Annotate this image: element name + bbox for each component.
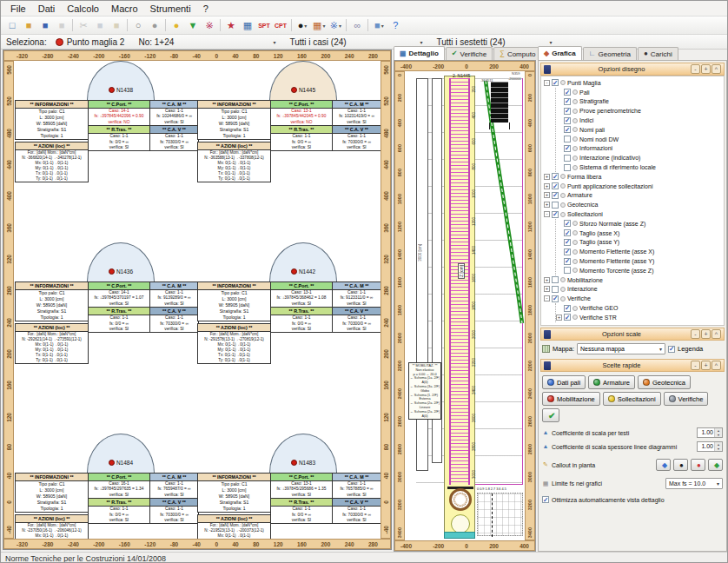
cut-icon[interactable]: ✂ ▾ [76, 18, 91, 33]
tree-checkbox[interactable] [552, 173, 559, 180]
map-selector[interactable]: Nessuna mappa▾ [577, 343, 665, 354]
tree-expander[interactable] [556, 98, 562, 104]
callout-style-1-button[interactable]: ◆ [656, 459, 671, 471]
image-icon[interactable]: ▦ ▾ [240, 18, 255, 33]
tree-expander[interactable]: + [544, 192, 550, 198]
zoom-region-icon[interactable]: ▦ ▾ [311, 18, 327, 33]
pile-marker[interactable] [109, 87, 115, 93]
pile-marker[interactable] [109, 268, 115, 275]
spinner-down-icon[interactable]: ▾ [715, 447, 722, 451]
collapse-button[interactable]: - [691, 329, 700, 339]
tree-item[interactable]: Interazione (indicativo) [556, 153, 724, 162]
tree-item[interactable]: Indici [556, 116, 724, 125]
tree-checkbox[interactable] [564, 248, 571, 255]
tree-item[interactable]: + Interazione [544, 285, 724, 295]
range-selector[interactable]: No: 1+24▾ [133, 36, 281, 49]
tree-item[interactable]: + Verifiche STR [556, 313, 724, 322]
tree-item[interactable]: Prove penetrometriche [556, 106, 724, 116]
link-icon[interactable]: ∞ ▾ [349, 18, 365, 33]
sphere-yellow-icon[interactable]: ● ▾ [169, 18, 184, 33]
separator[interactable]: ▾ [218, 18, 222, 33]
collapse-button[interactable]: - [691, 361, 700, 370]
tree-item[interactable]: Informazioni [556, 144, 724, 154]
legend-toggle[interactable]: Legenda [668, 345, 703, 353]
expand-button[interactable]: + [701, 329, 711, 339]
tree-expander[interactable]: - [544, 211, 550, 217]
scale-spinner[interactable]: 1.00 ▴▾ [697, 427, 723, 438]
tree-checkbox[interactable] [564, 220, 571, 227]
sollecitazioni-button[interactable]: Sollecitazioni [603, 392, 661, 406]
tree-item[interactable]: Nomi pali [556, 125, 724, 135]
verifiche-button[interactable]: Verifiche [664, 392, 709, 406]
tree-item[interactable]: Momento Torcente (asse Z) [556, 266, 724, 275]
share-nodes-icon[interactable]: ※ ▾ [328, 18, 343, 33]
callout-style-3-button[interactable]: ● [691, 459, 705, 471]
menu-item[interactable]: Strumenti [144, 3, 197, 15]
pin-button[interactable]: ^ [711, 361, 721, 370]
tree-item[interactable]: + Punti applicazione sollecitazioni [544, 182, 724, 191]
detail-canvas[interactable]: 2004006008001000120014001600180020002200… [404, 70, 526, 541]
save-icon[interactable]: ■ ▾ [37, 18, 53, 33]
pin-icon[interactable]: ○ ▾ [130, 18, 146, 33]
tree-checkbox[interactable] [564, 98, 571, 105]
molecule-icon[interactable]: ※ ▾ [202, 18, 217, 33]
tree-checkbox[interactable] [564, 267, 571, 274]
tree-checkbox[interactable] [564, 117, 571, 124]
tab-dettaglio[interactable]: ▦ Dettaglio [394, 46, 445, 60]
legend-checkbox[interactable] [668, 346, 675, 353]
verifiche-ok-button[interactable]: ✔ [542, 408, 559, 422]
tree-checkbox[interactable] [564, 145, 571, 152]
tree-expander[interactable]: + [544, 202, 550, 208]
tree-checkbox[interactable] [552, 211, 559, 218]
tree-expander[interactable] [556, 145, 562, 151]
spt-button[interactable]: SPT ▾ [256, 18, 272, 33]
globe-icon[interactable]: ● ▾ [147, 18, 162, 33]
dati-pali-button[interactable]: Dati pali [542, 375, 586, 389]
armature-button[interactable]: Armature [588, 375, 635, 389]
tree-checkbox[interactable] [564, 239, 571, 246]
layout-icon[interactable]: ■ ▾ [371, 18, 387, 33]
paste-icon[interactable]: ■ ▾ [109, 18, 124, 33]
tree-checkbox[interactable] [564, 155, 571, 162]
pin-button[interactable]: ^ [711, 64, 721, 74]
tree-checkbox[interactable] [564, 108, 571, 115]
separator[interactable]: ▾ [344, 18, 348, 33]
tree-expander[interactable]: + [544, 174, 550, 180]
tree-checkbox[interactable] [564, 229, 571, 236]
tab-geometria[interactable]: ∟ Geometria [583, 47, 637, 60]
menu-item[interactable]: ? [197, 3, 215, 15]
tree-item[interactable]: + Armature [544, 191, 724, 201]
tree-expander[interactable] [556, 258, 562, 264]
tree-expander[interactable] [556, 239, 562, 245]
tree-expander[interactable] [556, 117, 562, 123]
spinner-down-icon[interactable]: ▾ [715, 433, 722, 437]
callout-style-4-button[interactable]: ◆ [708, 459, 723, 471]
separator[interactable]: ▾ [70, 18, 75, 33]
tree-expander[interactable] [556, 305, 562, 311]
tree-item[interactable]: Pali [556, 88, 724, 97]
tree-expander[interactable] [556, 108, 562, 114]
tree-checkbox[interactable] [564, 305, 571, 312]
copy-icon[interactable]: ■ ▾ [92, 18, 108, 33]
burst-icon[interactable]: ★ ▾ [223, 18, 239, 33]
tab-carichi[interactable]: ● Carichi [638, 47, 678, 60]
tree-checkbox[interactable] [564, 164, 571, 171]
sphere-black-icon[interactable]: ● ▾ [295, 18, 310, 33]
tree-checkbox[interactable] [552, 286, 559, 293]
tree-item[interactable]: - Sollecitazioni [544, 209, 724, 219]
expand-button[interactable]: + [701, 64, 711, 74]
separator[interactable]: ▾ [163, 18, 168, 33]
tree-item[interactable]: Momento Flettente (asse Y) [556, 256, 724, 266]
tab-grafica[interactable]: ◆ Grafica [538, 46, 582, 60]
menu-item[interactable]: File [4, 3, 32, 15]
tree-item[interactable]: - Verifiche [544, 294, 724, 303]
mobilitazione-button[interactable]: Mobilitazione [542, 392, 600, 406]
scale-spinner[interactable]: 1.00 ▴▾ [697, 441, 723, 452]
tree-item[interactable]: - Punti Maglia [544, 78, 724, 88]
collapse-button[interactable]: - [691, 64, 700, 74]
open-folder-icon[interactable]: ■ ▾ [21, 18, 36, 33]
tree-item[interactable]: + Forma libera [544, 172, 724, 182]
help-icon[interactable]: ? ▾ [387, 18, 403, 33]
tree-checkbox[interactable] [552, 192, 559, 199]
tree-item[interactable]: + Geotecnica [544, 200, 724, 209]
